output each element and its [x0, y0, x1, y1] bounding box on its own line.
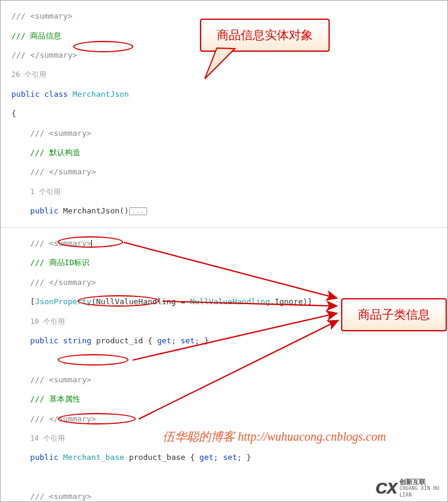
sep: ;	[171, 336, 181, 345]
circle-merchantdelivery	[58, 413, 136, 424]
ctor-paren: ()	[120, 206, 129, 215]
sep: ;	[214, 453, 223, 462]
keyword-set: set	[223, 453, 237, 462]
codelens-refs[interactable]: 14 个引用	[30, 434, 65, 442]
logo-cx-icon: CX	[375, 479, 397, 498]
codelens-refs[interactable]: 26 个引用	[11, 70, 46, 79]
xml-doc-text: /// 商品信息	[11, 31, 61, 40]
class-name-merchantjson: MerchantJson	[73, 90, 129, 99]
xml-doc-open: /// <summary>	[30, 129, 91, 138]
acc-close: ; }	[237, 453, 251, 462]
circle-merchantskulist	[77, 295, 159, 307]
keyword-set: set	[181, 336, 195, 345]
xml-doc-productid: /// 商品ID标识	[30, 258, 89, 267]
region-separator	[1, 227, 448, 228]
circle-merchantjson	[73, 41, 133, 52]
xml-doc-basic: /// 基本属性	[30, 394, 80, 403]
keyword-public: public	[30, 453, 58, 462]
keyword-class: class	[44, 90, 68, 99]
xml-doc-open: /// <summary>	[30, 375, 91, 384]
xml-doc-close: /// </summary>	[11, 51, 77, 60]
xml-doc-close: /// </summary>	[30, 278, 96, 287]
logo-brand: 创新互联	[399, 479, 444, 485]
keyword-get: get	[199, 453, 213, 462]
code-editor: /// <summary> /// 商品信息 /// </summary> 26…	[1, 1, 447, 502]
codelens-refs[interactable]: 1 个引用	[30, 188, 60, 196]
attr-nvh: NullValueHandling	[190, 297, 270, 306]
open-brace: {	[11, 109, 16, 118]
annotation-entity-object: 商品信息实体对象	[200, 19, 330, 52]
logo-sub: CHUANG XIN HU LIAN	[399, 485, 444, 498]
keyword-public: public	[30, 206, 58, 215]
prop-productid: product_id {	[91, 336, 157, 345]
prop-productbase: product_base {	[124, 453, 199, 462]
watermark-logo: CX 创新互联 CHUANG XIN HU LIAN	[375, 478, 444, 498]
xml-doc-ctor: /// 默认构造	[30, 148, 80, 157]
attr-open: [	[30, 297, 35, 306]
circle-merchant-base	[58, 236, 123, 248]
attr-ignore: .Ignore)]	[270, 297, 312, 306]
annotation-subclasses: 商品子类信息	[341, 298, 447, 331]
xml-doc-close: /// </summary>	[30, 167, 96, 176]
acc-close: ; }	[195, 336, 208, 345]
watermark-blog-text: 伍华聪的博客 http://wuhuacong.cnblogs.com	[163, 429, 386, 445]
keyword-public: public	[11, 90, 40, 99]
type-merchant-base: Merchant_base	[63, 453, 124, 462]
ctor-name: MerchantJson	[63, 206, 120, 215]
type-string: string	[63, 336, 91, 345]
codelens-refs[interactable]: 10 个引用	[30, 317, 65, 326]
keyword-public: public	[30, 336, 58, 345]
xml-doc-open: /// <summary>	[30, 492, 91, 501]
xml-doc-open: /// <summary>	[11, 11, 73, 20]
fold-button[interactable]: ...	[129, 207, 147, 215]
circle-merchantattrext	[58, 354, 129, 366]
keyword-get: get	[157, 336, 171, 345]
